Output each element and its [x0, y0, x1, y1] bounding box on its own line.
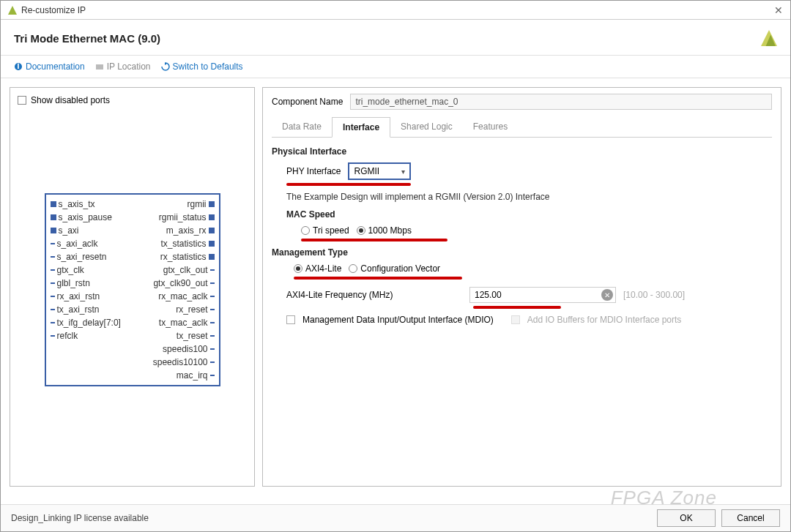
physical-interface-section: Physical Interface PHY Interface RGMII ▾… — [272, 146, 772, 241]
mdio-label: Management Data Input/Output Interface (… — [302, 315, 494, 325]
show-disabled-label: Show disabled ports — [31, 95, 110, 105]
port-speedis100: speedis100 — [163, 344, 214, 354]
mac-speed-1000-radio[interactable]: 1000 Mbps — [357, 225, 412, 236]
axi4lite-freq-input[interactable] — [475, 288, 601, 302]
ip-title: Tri Mode Ethernet MAC (9.0) — [14, 32, 160, 45]
left-panel: Show disabled ports s_axis_txs_axis_paus… — [10, 87, 255, 487]
tab-interface[interactable]: Interface — [332, 117, 390, 138]
cancel-button[interactable]: Cancel — [721, 509, 780, 527]
status-bar: Design_Linking IP license available OK C… — [1, 504, 790, 531]
port-refclk: refclk — [51, 331, 78, 341]
phy-interface-select[interactable]: RGMII ▾ — [348, 162, 411, 180]
tab-data-rate[interactable]: Data Rate — [272, 117, 332, 137]
chevron-down-icon: ▾ — [401, 168, 405, 176]
ip-location-label: IP Location — [107, 61, 151, 72]
port-glbl_rstn: glbl_rstn — [51, 278, 90, 288]
vivado-logo-icon — [8, 6, 17, 15]
component-name-input[interactable] — [350, 94, 772, 110]
port-gtx_clk: gtx_clk — [51, 265, 84, 275]
ip-location: IP Location — [95, 61, 151, 72]
mgmt-configvec-radio[interactable]: Configuration Vector — [349, 263, 440, 274]
port-rgmii: rgmii — [187, 199, 215, 209]
management-type-section: Management Type AXI4-Lite Configuration … — [272, 247, 772, 325]
port-rx_reset: rx_reset — [176, 304, 214, 315]
port-tx_axi_rstn: tx_axi_rstn — [51, 304, 100, 315]
port-m_axis_rx: m_axis_rx — [166, 225, 215, 236]
phy-interface-value: RGMII — [354, 166, 379, 176]
physical-interface-heading: Physical Interface — [272, 146, 772, 157]
info-icon: i — [14, 62, 23, 71]
radio-icon — [349, 264, 357, 273]
close-icon[interactable]: ✕ — [774, 4, 783, 16]
port-tx_statistics: tx_statistics — [160, 239, 214, 249]
switch-defaults-link[interactable]: Switch to Defaults — [161, 61, 243, 72]
documentation-label: Documentation — [26, 61, 85, 72]
management-type-heading: Management Type — [272, 247, 772, 258]
port-mac_irq: mac_irq — [177, 370, 215, 381]
port-rx_axi_rstn: rx_axi_rstn — [51, 291, 100, 301]
port-tx_mac_aclk: tx_mac_aclk — [159, 318, 215, 328]
annotation-mark — [473, 306, 561, 309]
main-area: Show disabled ports s_axis_txs_axis_paus… — [1, 78, 790, 495]
switch-defaults-label: Switch to Defaults — [173, 61, 243, 72]
port-gtx_clk_out: gtx_clk_out — [163, 265, 215, 275]
component-name-label: Component Name — [272, 97, 343, 107]
port-rgmii_status: rgmii_status — [159, 212, 215, 222]
port-s_axi_aclk: s_axi_aclk — [51, 239, 98, 249]
annotation-mark — [301, 239, 448, 241]
tab-shared-logic[interactable]: Shared Logic — [390, 117, 463, 137]
port-s_axi_resetn: s_axi_resetn — [51, 252, 107, 262]
iobuf-label: Add IO Buffers for MDIO Interface ports — [527, 315, 682, 325]
port-gtx_clk90_out: gtx_clk90_out — [153, 278, 214, 288]
mac-speed-tri-label: Tri speed — [313, 225, 349, 236]
phy-interface-note: The Example Design will implement a RGMI… — [286, 192, 772, 202]
documentation-link[interactable]: i Documentation — [14, 61, 85, 72]
mac-speed-1000-label: 1000 Mbps — [368, 225, 412, 236]
tab-bar: Data RateInterfaceShared LogicFeatures — [272, 117, 772, 138]
window-titlebar: Re-customize IP ✕ — [1, 1, 790, 20]
svg-rect-5 — [96, 64, 103, 70]
port-tx_reset: tx_reset — [177, 331, 215, 341]
axi4lite-freq-range: [10.00 - 300.00] — [623, 290, 685, 300]
axi4lite-freq-label: AXI4-Lite Frequency (MHz) — [286, 290, 462, 300]
window-title: Re-customize IP — [21, 5, 774, 15]
checkbox-icon — [18, 96, 26, 105]
ip-block-diagram[interactable]: s_axis_txs_axis_pauses_axis_axi_aclks_ax… — [45, 193, 220, 386]
toolbar: i Documentation IP Location Switch to De… — [1, 56, 790, 78]
port-s_axis_tx: s_axis_tx — [51, 199, 95, 209]
mgmt-axi4lite-label: AXI4-Lite — [305, 263, 341, 274]
annotation-mark — [286, 183, 411, 186]
radio-icon — [301, 226, 310, 235]
show-disabled-ports-checkbox[interactable]: Show disabled ports — [18, 95, 247, 105]
clear-icon[interactable]: ✕ — [601, 289, 613, 301]
mgmt-configvec-label: Configuration Vector — [360, 263, 440, 274]
vivado-logo-large-icon — [761, 30, 777, 46]
folder-icon — [95, 62, 104, 71]
annotation-mark — [294, 277, 462, 280]
mac-speed-heading: MAC Speed — [286, 209, 772, 220]
refresh-icon — [161, 62, 170, 71]
radio-icon — [294, 264, 302, 273]
port-rx_mac_aclk: rx_mac_aclk — [158, 291, 214, 301]
ip-title-area: Tri Mode Ethernet MAC (9.0) — [1, 20, 790, 56]
mdio-checkbox[interactable] — [286, 315, 295, 324]
svg-text:i: i — [17, 62, 19, 71]
svg-marker-0 — [8, 6, 17, 15]
mac-speed-tri-radio[interactable]: Tri speed — [301, 225, 349, 236]
port-rx_statistics: rx_statistics — [160, 252, 215, 262]
port-s_axis_pause: s_axis_pause — [51, 212, 112, 222]
phy-interface-label: PHY Interface — [286, 166, 341, 176]
port-s_axi: s_axi — [51, 225, 79, 236]
right-panel: Component Name Data RateInterfaceShared … — [262, 87, 781, 487]
tab-features[interactable]: Features — [463, 117, 518, 137]
port-tx_ifg_delay[7:0]: tx_ifg_delay[7:0] — [51, 318, 121, 328]
mgmt-axi4lite-radio[interactable]: AXI4-Lite — [294, 263, 341, 274]
axi4lite-freq-input-wrap: ✕ — [469, 287, 616, 303]
port-speedis10100: speedis10100 — [153, 357, 215, 367]
license-status: Design_Linking IP license available — [11, 513, 651, 523]
ok-button[interactable]: OK — [657, 509, 716, 527]
radio-icon — [357, 226, 365, 235]
iobuf-checkbox — [511, 315, 520, 324]
